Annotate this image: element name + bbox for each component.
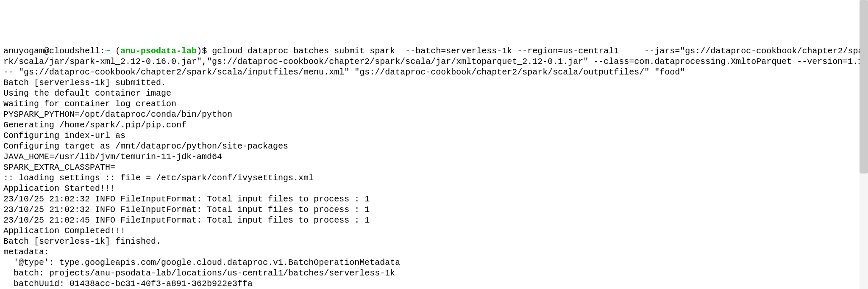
output-line: batch: projects/anu-psodata-lab/location… (3, 268, 395, 278)
output-line: Using the default container image (3, 88, 171, 98)
output-line: Batch [serverless-1k] finished. (3, 237, 161, 246)
scrollbar[interactable] (860, 0, 868, 289)
output-line: Configuring index-url as (3, 131, 125, 140)
output-line: Application Completed!!! (3, 226, 125, 236)
output-line: PYSPARK_PYTHON=/opt/dataproc/conda/bin/p… (3, 110, 232, 119)
prompt-dollar: $ (202, 46, 212, 56)
output-line: SPARK_EXTRA_CLASSPATH= (3, 162, 115, 172)
prompt-user: anuyogam@cloudshell (3, 46, 100, 56)
prompt-tilde: ~ (105, 46, 110, 56)
output-line: '@type': type.googleapis.com/google.clou… (3, 258, 400, 267)
output-line: JAVA_HOME=/usr/lib/jvm/temurin-11-jdk-am… (3, 152, 222, 162)
prompt-project: anu-psodata-lab (120, 46, 197, 56)
output-line: Application Started!!! (3, 184, 115, 193)
output-line: :: loading settings :: file = /etc/spark… (3, 173, 314, 183)
output-line: 23/10/25 21:02:32 INFO FileInputFormat: … (3, 194, 370, 204)
output-line: Waiting for container log creation (3, 99, 176, 109)
output-line: 23/10/25 21:02:32 INFO FileInputFormat: … (3, 205, 370, 215)
prompt-paren-open: ( (110, 46, 120, 56)
output-line: 23/10/25 21:02:45 INFO FileInputFormat: … (3, 215, 370, 225)
output-line: Configuring target as /mnt/dataproc/pyth… (3, 141, 288, 151)
output-line: Generating /home/spark/.pip/pip.conf (3, 120, 186, 130)
output-line: batchUuid: 01438acc-bc31-40f3-a891-362b9… (3, 279, 253, 289)
output-line: metadata: (3, 247, 49, 257)
output-line: Batch [serverless-1k] submitted. (3, 78, 166, 88)
scrollbar-thumb[interactable] (860, 0, 868, 173)
prompt-sep: : (100, 46, 105, 56)
prompt-paren-close: ) (197, 46, 202, 56)
terminal[interactable]: anuyogam@cloudshell:~ (anu-psodata-lab)$… (3, 46, 865, 289)
